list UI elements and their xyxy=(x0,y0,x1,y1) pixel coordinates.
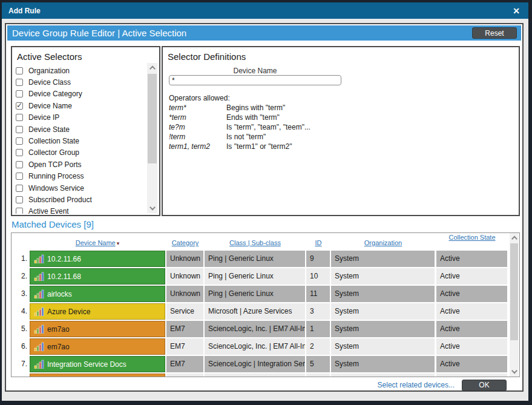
checkbox-icon[interactable] xyxy=(16,196,23,203)
selector-item[interactable]: Device IP xyxy=(16,112,143,123)
column-header-organization[interactable]: Organization xyxy=(331,239,435,246)
column-header-device-name[interactable]: Device Name▾ xyxy=(30,239,165,246)
device-category: Unknown xyxy=(166,251,203,267)
device-bars-icon xyxy=(34,360,44,369)
checkbox-checked-icon[interactable] xyxy=(16,102,23,110)
device-category: EM7 xyxy=(166,321,203,337)
matched-devices-table: Device Name▾ Category Class | Sub-class … xyxy=(11,232,520,377)
close-icon[interactable]: ✕ xyxy=(513,6,528,16)
checkbox-icon[interactable] xyxy=(16,126,23,133)
checkbox-icon[interactable] xyxy=(16,173,23,180)
selector-item[interactable]: Active Event xyxy=(16,206,143,214)
selector-item[interactable]: Subscribed Product xyxy=(16,194,143,205)
selector-item[interactable]: Device Category xyxy=(16,88,143,100)
device-organization: System xyxy=(331,321,435,337)
selector-item[interactable]: Organization xyxy=(16,65,143,76)
operator-pattern: te?m xyxy=(169,122,226,132)
device-row[interactable]: 4.Azure DeviceServiceMicrosoft | Azure S… xyxy=(11,303,519,320)
device-organization: System xyxy=(331,268,435,285)
device-bars-icon xyxy=(34,272,44,281)
device-row[interactable]: 3.airlocksUnknownPing | Generic Linux11S… xyxy=(11,286,519,302)
device-row-partial[interactable] xyxy=(11,374,519,377)
operator-row: *termEnds with "term" xyxy=(169,113,310,122)
selector-item[interactable]: Open TCP Ports xyxy=(16,159,143,170)
checkbox-icon[interactable] xyxy=(16,90,23,97)
reset-button[interactable]: Reset xyxy=(472,27,517,39)
device-row[interactable]: 7.Integration Service DocsEM7ScienceLogi… xyxy=(11,356,519,372)
device-row[interactable]: 1.10.2.11.66UnknownPing | Generic Linux9… xyxy=(11,251,519,267)
device-name-cell[interactable]: 10.2.11.68 xyxy=(30,268,165,285)
selector-item[interactable]: Device Name xyxy=(16,100,143,111)
device-category: Unknown xyxy=(166,286,203,302)
scroll-up-icon[interactable] xyxy=(149,66,156,72)
column-header-class[interactable]: Class | Sub-class xyxy=(205,239,306,246)
device-name-cell[interactable]: Azure Device xyxy=(30,303,165,320)
select-related-devices-link[interactable]: Select related devices... xyxy=(378,381,455,389)
scroll-down-icon[interactable] xyxy=(511,368,517,374)
checkbox-icon[interactable] xyxy=(16,149,23,156)
column-header-category[interactable]: Category xyxy=(166,239,204,246)
scrollbar-thumb[interactable] xyxy=(148,74,157,163)
device-row[interactable]: 5.em7aoEM7ScienceLogic, Inc. | EM7 All-I… xyxy=(11,321,519,337)
table-header: Device Name▾ Category Class | Sub-class … xyxy=(11,233,519,251)
device-name-cell[interactable]: Integration Service Docs xyxy=(30,356,165,372)
checkbox-icon[interactable] xyxy=(16,161,23,168)
device-name: Integration Service Docs xyxy=(47,360,126,369)
device-id: 5 xyxy=(306,356,330,372)
selector-item[interactable]: Running Process xyxy=(16,171,143,182)
table-scrollbar[interactable] xyxy=(510,233,519,377)
scroll-down-icon[interactable] xyxy=(149,205,156,211)
device-collection-state: Active xyxy=(436,286,507,302)
device-id: 1 xyxy=(306,321,330,337)
device-collection-state: Active xyxy=(436,251,507,267)
device-name-input[interactable] xyxy=(169,75,341,85)
column-header-collection-state[interactable]: Collection State xyxy=(448,234,496,241)
column-header-id[interactable]: ID xyxy=(306,239,330,246)
device-name-cell[interactable]: em7ao xyxy=(30,338,165,355)
row-number: 7. xyxy=(11,356,27,372)
matched-devices-title: Matched Devices [9] xyxy=(11,219,94,229)
device-class: ScienceLogic | Integration Service xyxy=(205,356,305,372)
device-collection-state: Active xyxy=(436,321,507,337)
device-name-cell[interactable]: airlocks xyxy=(30,286,165,302)
device-collection-state: Active xyxy=(436,303,507,320)
selector-item[interactable]: Windows Service xyxy=(16,182,143,194)
device-row[interactable]: 6.em7aoEM7ScienceLogic, Inc. | EM7 All-I… xyxy=(11,338,519,355)
checkbox-icon[interactable] xyxy=(16,79,23,86)
operator-pattern: term* xyxy=(169,103,226,113)
selector-item[interactable]: Device State xyxy=(16,123,143,135)
device-name: em7ao xyxy=(47,325,70,334)
checkbox-icon[interactable] xyxy=(16,208,23,214)
device-bars-icon xyxy=(34,307,44,316)
row-number: 5. xyxy=(11,321,27,337)
ok-button[interactable]: OK xyxy=(462,380,507,391)
checkbox-icon[interactable] xyxy=(16,67,23,74)
device-class: Ping | Generic Linux xyxy=(205,251,305,267)
selector-item[interactable]: Collector Group xyxy=(16,147,143,159)
selector-item[interactable]: Device Class xyxy=(16,76,143,88)
selectors-scrollbar[interactable] xyxy=(147,63,157,213)
selector-label: Collection State xyxy=(28,137,79,145)
operator-row: te?mIs "term", "team", "teem"... xyxy=(169,122,310,132)
operator-meaning: Is "term", "team", "teem"... xyxy=(226,122,310,132)
operator-pattern: term1, term2 xyxy=(169,142,226,151)
dialog-titlebar: Add Rule ✕ xyxy=(2,2,528,19)
device-cell xyxy=(306,374,330,377)
scroll-up-icon[interactable] xyxy=(511,236,517,242)
scrollbar-thumb[interactable] xyxy=(510,243,518,340)
device-category: Unknown xyxy=(166,268,203,285)
device-row[interactable]: 2.10.2.11.68UnknownPing | Generic Linux1… xyxy=(11,268,519,285)
checkbox-icon[interactable] xyxy=(16,114,23,121)
device-name: airlocks xyxy=(47,290,72,298)
selector-item[interactable]: Collection State xyxy=(16,135,143,147)
device-name-cell[interactable]: em7ao xyxy=(30,321,165,337)
operator-pattern: !term xyxy=(169,132,226,142)
sort-desc-icon: ▾ xyxy=(117,240,120,246)
checkbox-icon[interactable] xyxy=(16,137,23,145)
checkbox-icon[interactable] xyxy=(16,185,23,192)
device-cell xyxy=(205,374,305,377)
device-name-cell[interactable]: 10.2.11.66 xyxy=(30,251,165,267)
active-selectors-title: Active Selectors xyxy=(12,47,159,62)
active-selectors-list: OrganizationDevice ClassDevice CategoryD… xyxy=(16,65,143,214)
selector-label: Device IP xyxy=(28,113,59,122)
